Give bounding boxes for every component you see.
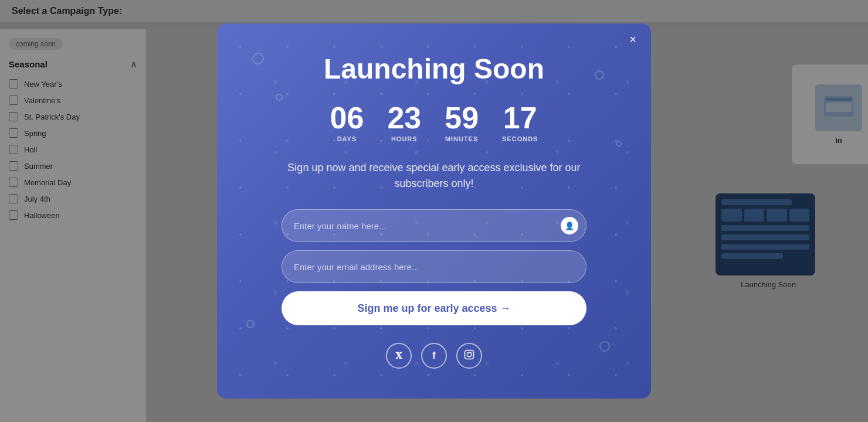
svg-point-15	[467, 352, 472, 357]
signup-button[interactable]: Sign me up for early access →	[282, 291, 586, 325]
deco-circle-3	[595, 70, 604, 80]
countdown-days: 06 DAYS	[330, 103, 364, 142]
deco-circle-5	[246, 320, 255, 328]
deco-circle-1	[252, 53, 264, 64]
countdown-minutes-value: 59	[445, 103, 479, 133]
instagram-icon-button[interactable]	[456, 343, 482, 369]
modal-overlay: × Launching Soon 06 DAYS 23 HOURS 59 MIN…	[0, 0, 868, 422]
countdown-timer: 06 DAYS 23 HOURS 59 MINUTES 17 SECONDS	[330, 103, 538, 142]
modal-close-button[interactable]: ×	[624, 30, 642, 48]
svg-point-16	[471, 352, 472, 353]
countdown-days-value: 06	[330, 103, 364, 133]
countdown-seconds-label: SECONDS	[502, 135, 538, 142]
name-input[interactable]	[282, 209, 586, 242]
facebook-icon-button[interactable]: f	[421, 343, 447, 369]
name-input-icon: 👤	[561, 217, 578, 234]
name-input-wrapper: 👤	[282, 209, 586, 242]
countdown-seconds: 17 SECONDS	[502, 103, 538, 142]
svg-rect-14	[465, 350, 474, 359]
countdown-minutes-label: MINUTES	[445, 135, 479, 142]
countdown-hours-label: HOURS	[391, 135, 418, 142]
modal-tagline: Sign up now and receive special early ac…	[287, 160, 581, 192]
countdown-days-label: DAYS	[337, 135, 357, 142]
deco-circle-2	[276, 94, 283, 101]
countdown-hours-value: 23	[387, 103, 421, 133]
countdown-seconds-value: 17	[503, 103, 537, 133]
twitter-icon-button[interactable]: 𝕏	[386, 343, 412, 369]
close-icon: ×	[629, 33, 636, 46]
deco-circle-6	[599, 341, 610, 352]
person-icon: 👤	[565, 222, 574, 230]
modal-title: Launching Soon	[324, 53, 544, 85]
signup-button-label: Sign me up for early access →	[357, 302, 510, 315]
instagram-icon	[464, 349, 474, 362]
countdown-hours: 23 HOURS	[387, 103, 421, 142]
twitter-icon: 𝕏	[396, 351, 402, 361]
email-input[interactable]	[282, 250, 586, 283]
countdown-minutes: 59 MINUTES	[445, 103, 479, 142]
launching-soon-modal: × Launching Soon 06 DAYS 23 HOURS 59 MIN…	[217, 23, 651, 399]
social-links-row: 𝕏 f	[386, 343, 482, 369]
facebook-icon: f	[432, 350, 435, 361]
deco-circle-4	[616, 141, 622, 147]
